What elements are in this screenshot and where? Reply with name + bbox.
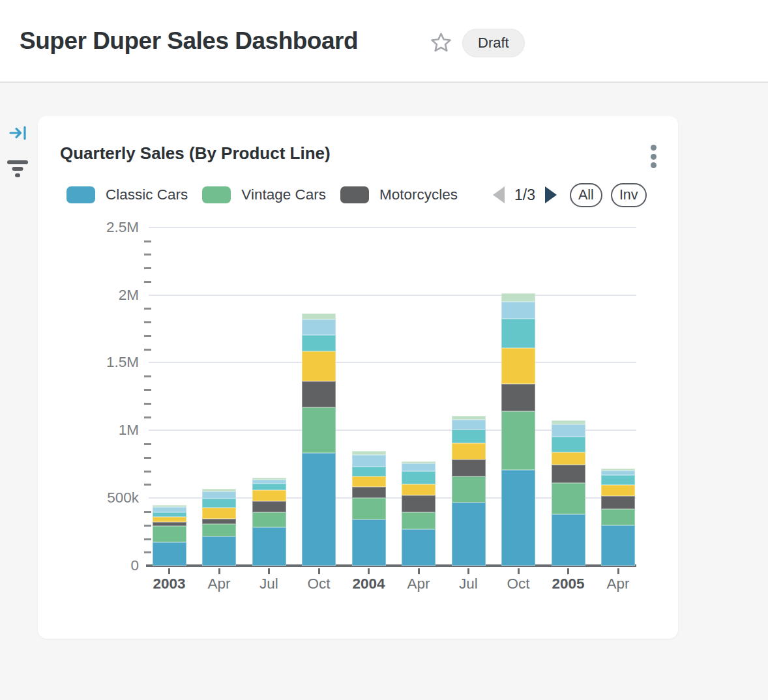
bar-segment-series1[interactable] [501, 470, 535, 566]
bar-segment-series3[interactable] [302, 381, 336, 408]
bar-segment-series5[interactable] [501, 319, 535, 349]
bar-segment-series1[interactable] [302, 453, 336, 566]
bar-segment-series3[interactable] [501, 384, 535, 411]
bar-segment-series3[interactable] [601, 496, 635, 509]
bar-apr-5[interactable] [402, 461, 436, 566]
bar-segment-series3[interactable] [252, 501, 286, 512]
y-axis-minor-tick [144, 349, 151, 351]
bar-apr-1[interactable] [202, 489, 236, 566]
bar-segment-series1[interactable] [202, 536, 236, 566]
bar-segment-series5[interactable] [552, 437, 585, 452]
bar-segment-series6[interactable] [302, 319, 336, 335]
bar-segment-series4[interactable] [252, 490, 286, 501]
page-header: Super Duper Sales Dashboard Draft [0, 0, 768, 83]
bar-segment-series2[interactable] [202, 524, 236, 536]
bar-2003-0[interactable] [153, 505, 186, 566]
bar-segment-series1[interactable] [552, 514, 585, 566]
bar-segment-series4[interactable] [302, 351, 336, 381]
bar-segment-series6[interactable] [601, 471, 635, 475]
bar-segment-series6[interactable] [452, 420, 486, 430]
bar-segment-series7[interactable] [501, 293, 535, 302]
bar-segment-series4[interactable] [202, 508, 236, 519]
bar-segment-series7[interactable] [302, 314, 336, 319]
chart-card: Quarterly Sales (By Product Line) Classi… [38, 116, 678, 639]
x-axis-tick [268, 568, 270, 574]
bar-segment-series4[interactable] [501, 348, 535, 383]
gridline [149, 295, 636, 296]
y-axis-minor-tick [144, 471, 151, 473]
y-axis-minor-tick [144, 443, 151, 445]
bar-segment-series3[interactable] [202, 519, 236, 524]
y-axis-minor-tick [144, 457, 151, 459]
bar-segment-series1[interactable] [402, 529, 436, 566]
bar-segment-series4[interactable] [352, 476, 386, 487]
bar-apr-9[interactable] [601, 469, 635, 566]
bar-segment-series2[interactable] [501, 411, 535, 470]
y-axis-minor-tick [144, 375, 151, 377]
bar-segment-series6[interactable] [402, 463, 436, 471]
y-axis-label: 1M [74, 421, 139, 439]
bar-segment-series4[interactable] [402, 484, 436, 495]
y-axis-minor-tick [144, 308, 151, 310]
filter-icon[interactable] [7, 160, 28, 177]
bar-segment-series2[interactable] [552, 483, 585, 514]
bar-segment-series6[interactable] [153, 507, 186, 512]
bar-segment-series3[interactable] [452, 459, 486, 476]
bar-segment-series5[interactable] [352, 467, 386, 476]
y-axis-label: 1.5M [74, 353, 139, 372]
bar-segment-series4[interactable] [601, 485, 635, 496]
y-axis-minor-tick [144, 335, 151, 337]
bar-segment-series4[interactable] [153, 517, 186, 523]
collapse-panel-icon[interactable] [9, 124, 27, 142]
bar-segment-series6[interactable] [202, 491, 236, 499]
x-axis-tick [318, 568, 320, 574]
bar-segment-series1[interactable] [452, 503, 486, 566]
y-axis-label: 0 [74, 557, 139, 575]
bar-oct-3[interactable] [302, 314, 336, 566]
bar-segment-series1[interactable] [252, 527, 286, 566]
x-axis-tick [617, 568, 619, 574]
bar-segment-series5[interactable] [402, 471, 436, 484]
bar-segment-series3[interactable] [402, 495, 436, 512]
x-axis-label: Apr [589, 576, 647, 592]
bar-segment-series5[interactable] [153, 512, 186, 517]
bar-segment-series2[interactable] [302, 407, 336, 453]
y-axis-minor-tick [144, 403, 151, 405]
bar-segment-series2[interactable] [601, 509, 635, 525]
bar-segment-series2[interactable] [402, 512, 436, 530]
bar-segment-series1[interactable] [601, 525, 635, 566]
bar-segment-series5[interactable] [252, 484, 286, 490]
bar-segment-series4[interactable] [552, 452, 585, 465]
y-axis-minor-tick [144, 538, 151, 540]
bar-segment-series3[interactable] [352, 487, 386, 498]
y-axis-minor-tick [144, 484, 151, 486]
bar-oct-7[interactable] [501, 293, 535, 566]
bar-segment-series2[interactable] [452, 476, 486, 503]
bar-2004-4[interactable] [352, 451, 386, 566]
bar-segment-series5[interactable] [452, 430, 486, 444]
y-axis-minor-tick [144, 551, 151, 553]
bar-segment-series2[interactable] [352, 498, 386, 519]
bar-segment-series3[interactable] [552, 465, 585, 483]
bar-segment-series6[interactable] [552, 424, 585, 437]
bar-2005-8[interactable] [552, 420, 585, 566]
bar-segment-series2[interactable] [252, 512, 286, 527]
bar-segment-series5[interactable] [302, 335, 336, 351]
bar-segment-series1[interactable] [153, 542, 186, 566]
y-axis-minor-tick [144, 241, 151, 242]
bar-segment-series4[interactable] [452, 443, 486, 459]
bar-segment-series1[interactable] [352, 519, 386, 566]
bar-segment-series6[interactable] [501, 302, 535, 319]
bar-segment-series6[interactable] [352, 455, 386, 467]
y-axis-minor-tick [144, 525, 151, 527]
bar-segment-series2[interactable] [153, 526, 186, 542]
bar-jul-6[interactable] [452, 416, 486, 566]
y-axis-minor-tick [144, 267, 151, 269]
bar-jul-2[interactable] [252, 478, 286, 566]
favorite-star-icon[interactable] [430, 31, 452, 54]
x-axis-tick [467, 568, 469, 574]
bar-segment-series5[interactable] [202, 499, 236, 508]
x-axis-tick [368, 568, 370, 574]
gridline [149, 227, 636, 228]
bar-segment-series5[interactable] [601, 475, 635, 485]
